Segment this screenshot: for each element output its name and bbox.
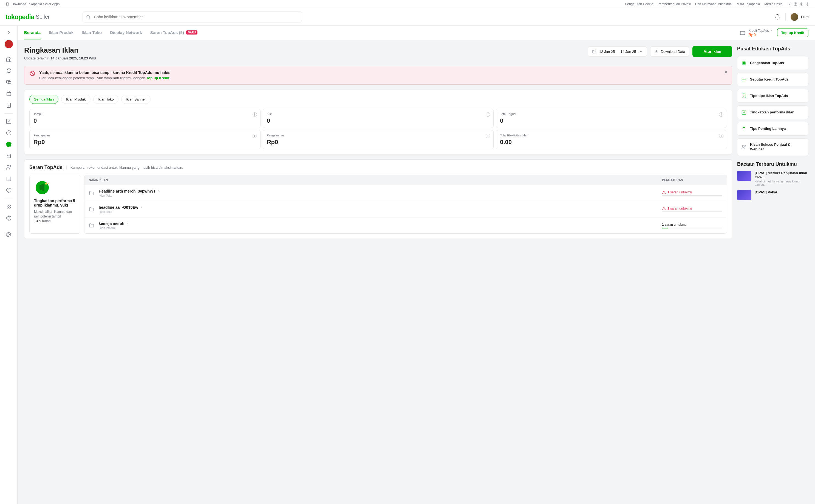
wallet-icon — [740, 30, 746, 36]
user-name: Hilmi — [801, 15, 810, 19]
shop-avatar[interactable] — [4, 39, 13, 49]
topbar-link-privacy[interactable]: Pemberitahuan Privasi — [658, 2, 691, 6]
atur-iklan-button[interactable]: Atur Iklan — [693, 46, 732, 57]
facebook-icon[interactable] — [806, 2, 810, 6]
topbar-link-ip[interactable]: Hak Kekayaan Intelektual — [695, 2, 733, 6]
chevron-down-icon — [639, 50, 643, 53]
saran-row[interactable]: Headline arth merch_3vpwhWT Iklan Toko1 … — [84, 185, 727, 201]
kredit-value: Rp0 — [748, 33, 773, 37]
megaphone-icon — [34, 179, 50, 196]
warning-icon — [662, 207, 666, 210]
info-icon[interactable]: i — [486, 134, 490, 138]
sidebar-item-discuss[interactable] — [3, 77, 14, 88]
stat-tampil[interactable]: Tampil0i — [29, 109, 261, 128]
tab-display-network[interactable]: Display Network — [110, 26, 142, 39]
expand-sidebar-icon[interactable] — [6, 30, 12, 35]
pill-iklan-produk[interactable]: Iklan Produk — [61, 95, 90, 104]
tab-iklan-toko[interactable]: Iklan Toko — [82, 26, 102, 39]
chevron-right-icon — [770, 29, 773, 32]
date-range-picker[interactable]: 12 Jan 25 — 14 Jan 25 — [588, 46, 647, 57]
sidebar-item-shop[interactable] — [3, 150, 14, 161]
topbar-link-social[interactable]: Media Sosial — [764, 2, 783, 6]
instagram-icon[interactable] — [794, 2, 797, 6]
bacaan-item[interactable]: [CPAS] Pakai — [737, 190, 808, 200]
edu-icon — [741, 110, 747, 115]
saran-row[interactable]: headline aa_-O0T0Ew Iklan Toko1 saran un… — [84, 201, 727, 217]
kredit-info[interactable]: Kredit TopAds Rp0 — [740, 29, 773, 37]
sidebar-item-home[interactable] — [3, 54, 14, 65]
svg-point-56 — [742, 145, 744, 147]
edu-item[interactable]: Pengenalan TopAds — [737, 56, 808, 70]
sidebar-item-performance[interactable] — [3, 127, 14, 138]
info-icon[interactable]: i — [719, 134, 723, 138]
sidebar-item-buyer[interactable] — [3, 162, 14, 173]
sidebar-item-stats[interactable] — [3, 116, 14, 127]
sidebar-item-support[interactable] — [3, 213, 14, 224]
notification-icon[interactable] — [774, 14, 780, 20]
stat-pendapatan[interactable]: PendapatanRp0i — [29, 130, 261, 149]
sidebar-item-chat[interactable] — [3, 65, 14, 76]
edu-icon — [741, 93, 747, 99]
stat-pengeluaran[interactable]: PengeluaranRp0i — [263, 130, 494, 149]
stat-klik[interactable]: Klik0i — [263, 109, 494, 128]
saran-promo-card[interactable]: Tingkatkan performa 5 grup iklanmu, yuk!… — [29, 175, 80, 234]
svg-line-37 — [31, 72, 34, 75]
topbar-link-cookie[interactable]: Pengaturan Cookie — [625, 2, 653, 6]
pill-semua-iklan[interactable]: Semua Iklan — [29, 95, 58, 104]
saran-title: Saran TopAds — [29, 165, 62, 170]
bacaan-item[interactable]: [CPAS] Metriks Penjualan Iklan CPA...Ket… — [737, 171, 808, 186]
pinterest-icon[interactable] — [800, 2, 803, 6]
edu-item[interactable]: Tipe-tipe Iklan TopAds — [737, 89, 808, 103]
saran-row[interactable]: kemeja merah Iklan Produk1 saran untukmu — [84, 217, 727, 233]
stat-total-efektivitas-iklan[interactable]: Total Efektivitas Iklan0.00i — [496, 130, 727, 149]
alert-kredit-habis: Yaah, semua iklanmu belum bisa tampil ka… — [24, 66, 732, 85]
info-icon[interactable]: i — [253, 134, 257, 138]
svg-point-41 — [45, 183, 47, 185]
edu-item[interactable]: Tingkatkan performa iklan — [737, 105, 808, 119]
info-icon[interactable]: i — [486, 112, 490, 117]
forbidden-icon — [29, 70, 35, 76]
sidebar-item-market[interactable] — [3, 201, 14, 212]
topbar-link-mitra[interactable]: Mitra Tokopedia — [737, 2, 760, 6]
svg-point-18 — [7, 165, 9, 167]
sidebar-item-care[interactable] — [3, 185, 14, 196]
edu-item[interactable]: Seputar Kredit TopAds — [737, 73, 808, 86]
tabbar: Beranda Iklan Produk Iklan Toko Display … — [18, 26, 815, 40]
download-icon — [654, 49, 659, 54]
col-pengaturan: PENGATURAN — [662, 178, 722, 182]
pill-iklan-banner[interactable]: Iklan Banner — [121, 95, 150, 104]
edu-title: Pusat Edukasi TopAds — [737, 46, 808, 52]
sidebar-item-settings[interactable] — [3, 229, 14, 240]
avatar — [791, 13, 798, 21]
alert-close-button[interactable] — [724, 70, 728, 74]
edu-item[interactable]: Kisah Sukses Penjual & Webinar — [737, 138, 808, 156]
youtube-icon[interactable] — [788, 2, 791, 6]
sidebar-item-order[interactable] — [3, 100, 14, 111]
svg-rect-48 — [742, 78, 746, 81]
tab-beranda[interactable]: Beranda — [24, 26, 41, 39]
tab-saran-topads[interactable]: Saran TopAds (5)BARU — [150, 26, 197, 39]
page-title: Ringkasan Iklan — [24, 46, 96, 55]
sidebar-item-ads[interactable] — [3, 139, 14, 150]
sidebar-item-product[interactable] — [3, 88, 14, 99]
info-icon[interactable]: i — [719, 112, 723, 117]
svg-rect-32 — [592, 50, 596, 53]
edu-item[interactable]: Tips Penting Lainnya — [737, 122, 808, 136]
search-input[interactable] — [82, 12, 302, 22]
user-menu[interactable]: Hilmi — [791, 13, 810, 21]
pill-iklan-toko[interactable]: Iklan Toko — [93, 95, 118, 104]
tab-iklan-produk[interactable]: Iklan Produk — [49, 26, 73, 39]
sidebar-item-finance[interactable] — [3, 173, 14, 184]
svg-point-57 — [745, 145, 746, 147]
alert-topup-link[interactable]: Top-up Kredit — [146, 76, 169, 80]
info-icon[interactable]: i — [253, 112, 257, 117]
topup-kredit-button[interactable]: Top-up Kredit — [777, 28, 808, 37]
logo[interactable]: tokopedia Seller — [5, 13, 50, 21]
search-icon — [86, 15, 91, 19]
saran-subtitle: Kumpulan rekomendasi untuk iklanmu yang … — [66, 165, 183, 170]
folder-icon — [89, 223, 94, 228]
sidebar — [0, 26, 18, 504]
stat-total-terjual[interactable]: Total Terjual0i — [496, 109, 727, 128]
download-app-link[interactable]: Download Tokopedia Seller Apps — [12, 2, 59, 6]
download-data-button[interactable]: Download Data — [650, 46, 690, 57]
